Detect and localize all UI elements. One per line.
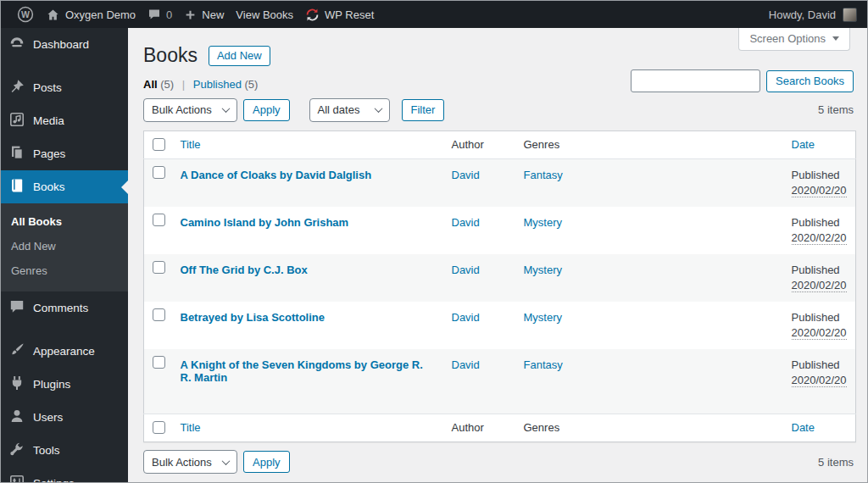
browser-window: W Oxygen Demo 0 New View Books <box>0 0 868 483</box>
svg-text:W: W <box>21 9 30 19</box>
sidebar-item-appearance[interactable]: Appearance <box>1 335 128 368</box>
new-content-menu[interactable]: New <box>178 1 230 28</box>
genre-link[interactable]: Fantasy <box>524 358 563 371</box>
table-row: Off The Grid by C.J. Box David Mystery P… <box>144 254 856 302</box>
sliders-icon <box>8 474 25 483</box>
sidebar-item-label: Appearance <box>33 345 95 358</box>
column-footer-date[interactable]: Date <box>792 421 815 434</box>
chevron-down-icon <box>222 104 231 113</box>
wp-reset-icon <box>305 8 320 22</box>
submenu-item-add-new[interactable]: Add New <box>1 234 128 258</box>
date-filter-select[interactable]: All dates <box>309 98 390 122</box>
row-checkbox[interactable] <box>153 166 165 179</box>
book-title-link[interactable]: A Dance of Cloaks by David Dalglish <box>181 169 372 181</box>
comments-count: 0 <box>166 8 172 21</box>
sidebar-item-label: Users <box>33 411 63 424</box>
table-row: Betrayed by Lisa Scottoline David Myster… <box>144 302 856 349</box>
genre-link[interactable]: Mystery <box>524 264 563 276</box>
new-label: New <box>202 8 224 21</box>
user-avatar[interactable] <box>843 8 857 22</box>
wordpress-logo-icon: W <box>17 6 34 23</box>
publish-status: Published <box>792 216 848 229</box>
author-link[interactable]: David <box>452 358 480 371</box>
sidebar-item-posts[interactable]: Posts <box>1 71 128 104</box>
row-checkbox[interactable] <box>153 214 165 226</box>
sidebar-item-pages[interactable]: Pages <box>1 137 128 170</box>
sidebar-item-label: Dashboard <box>33 38 89 51</box>
book-title-link[interactable]: Camino Island by John Grisham <box>181 216 349 229</box>
bulk-actions-select[interactable]: Bulk Actions <box>143 98 237 122</box>
table-row: Camino Island by John Grisham David Myst… <box>144 207 856 254</box>
bulk-actions-select-bottom[interactable]: Bulk Actions <box>143 450 237 474</box>
chevron-down-icon <box>374 104 382 113</box>
genre-link[interactable]: Mystery <box>524 311 563 324</box>
column-header-genres: Genres <box>515 130 783 158</box>
author-link[interactable]: David <box>452 264 480 276</box>
filter-all-link[interactable]: All <box>143 78 158 91</box>
comment-bubble-icon <box>147 8 161 21</box>
table-footer-row: Title Author Genres Date <box>144 414 856 442</box>
sidebar-item-settings[interactable]: Settings <box>1 467 128 483</box>
column-footer-author: Author <box>443 414 515 442</box>
sidebar-item-media[interactable]: Media <box>1 104 128 137</box>
media-icon <box>8 111 25 130</box>
sidebar-item-label: Posts <box>33 81 62 94</box>
sidebar-item-users[interactable]: Users <box>1 401 128 434</box>
book-title-link[interactable]: A Knight of the Seven Kingdoms by George… <box>181 358 423 384</box>
screen-options-tab[interactable]: Screen Options <box>738 28 850 51</box>
apply-button[interactable]: Apply <box>243 99 290 121</box>
sidebar-item-books[interactable]: Books <box>1 170 128 203</box>
author-link[interactable]: David <box>452 169 480 181</box>
row-checkbox[interactable] <box>153 308 165 321</box>
sidebar-item-dashboard[interactable]: Dashboard <box>1 28 128 61</box>
row-checkbox[interactable] <box>153 261 165 274</box>
plug-icon <box>8 375 25 394</box>
author-link[interactable]: David <box>452 216 480 229</box>
author-link[interactable]: David <box>452 311 480 324</box>
publish-status: Published <box>792 311 848 324</box>
filter-button[interactable]: Filter <box>402 99 445 121</box>
user-icon <box>8 408 25 427</box>
admin-sidebar: Dashboard Posts Media Pages Books All Bo… <box>1 28 128 482</box>
table-row: A Knight of the Seven Kingdoms by George… <box>144 349 856 414</box>
publish-status: Published <box>792 169 848 181</box>
add-new-button[interactable]: Add New <box>209 46 270 66</box>
sidebar-item-plugins[interactable]: Plugins <box>1 368 128 401</box>
submenu-item-all-books[interactable]: All Books <box>1 209 128 234</box>
comments-adminbar-menu[interactable]: 0 <box>142 1 178 28</box>
book-title-link[interactable]: Off The Grid by C.J. Box <box>181 264 308 276</box>
sidebar-item-label: Settings <box>33 477 75 483</box>
site-name-menu[interactable]: Oxygen Demo <box>40 1 142 28</box>
view-books-menu[interactable]: View Books <box>230 1 299 28</box>
book-title-link[interactable]: Betrayed by Lisa Scottoline <box>181 311 326 324</box>
book-icon <box>8 177 25 197</box>
column-header-date[interactable]: Date <box>792 138 815 151</box>
wp-reset-menu[interactable]: WP Reset <box>299 1 380 28</box>
column-header-title[interactable]: Title <box>181 138 201 151</box>
table-row: A Dance of Cloaks by David Dalglish Davi… <box>144 158 856 207</box>
search-books-button[interactable]: Search Books <box>766 70 854 92</box>
row-checkbox[interactable] <box>153 356 165 369</box>
column-footer-title[interactable]: Title <box>181 421 201 434</box>
select-all-checkbox[interactable] <box>153 421 165 434</box>
select-all-checkbox[interactable] <box>153 138 165 151</box>
apply-button-bottom[interactable]: Apply <box>243 451 290 473</box>
submenu-item-genres[interactable]: Genres <box>1 258 128 283</box>
filter-published-link[interactable]: Published <box>193 78 242 91</box>
genre-link[interactable]: Mystery <box>524 216 563 229</box>
search-input[interactable] <box>631 69 760 92</box>
publish-status: Published <box>792 264 848 276</box>
sidebar-item-label: Media <box>33 114 64 127</box>
plus-icon <box>184 8 197 21</box>
filter-all-count: (5) <box>160 78 174 91</box>
pages-icon <box>8 144 25 164</box>
books-submenu: All Books Add New Genres <box>1 203 128 291</box>
genre-link[interactable]: Fantasy <box>524 169 563 181</box>
sidebar-item-label: Tools <box>33 444 60 457</box>
wordpress-logo-menu[interactable]: W <box>11 1 40 28</box>
publish-date: 2020/02/20 <box>792 231 847 245</box>
howdy-user-label[interactable]: Howdy, David <box>769 8 836 21</box>
sidebar-item-label: Plugins <box>33 378 70 391</box>
sidebar-item-comments[interactable]: Comments <box>1 291 128 325</box>
sidebar-item-tools[interactable]: Tools <box>1 434 128 467</box>
